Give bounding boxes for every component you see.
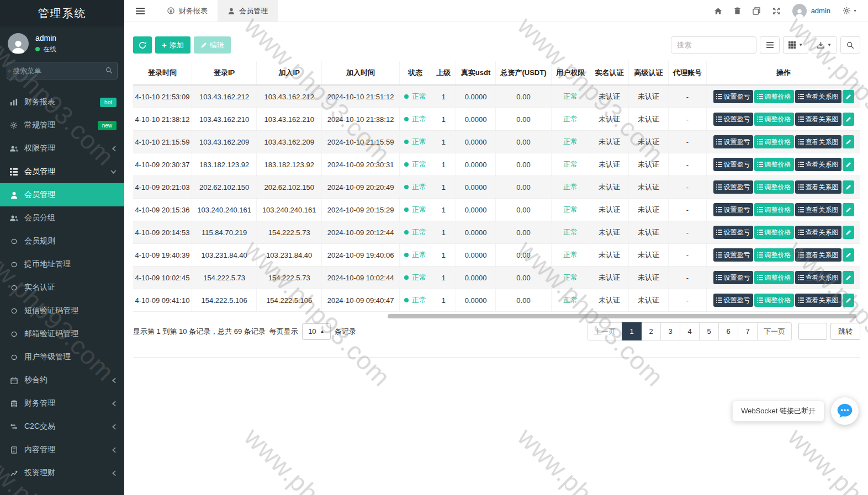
set-profit-button[interactable]: 设置盈亏 xyxy=(713,271,753,284)
edit-row-button[interactable] xyxy=(843,294,854,307)
hamburger-menu-icon[interactable] xyxy=(131,0,150,22)
settings-button[interactable]: ▼ xyxy=(843,7,857,15)
jump-button[interactable]: 跳转 xyxy=(830,323,860,340)
search-icon[interactable] xyxy=(105,66,113,76)
set-profit-button[interactable]: 设置盈亏 xyxy=(713,113,753,126)
edit-row-button[interactable] xyxy=(843,203,854,216)
adjust-price-button[interactable]: 调整价格 xyxy=(754,180,794,194)
set-profit-button[interactable]: 设置盈亏 xyxy=(713,248,753,262)
sidebar-item-invest[interactable]: 投资理财 xyxy=(0,461,124,485)
set-profit-button[interactable]: 设置盈亏 xyxy=(713,180,753,194)
view-relation-button[interactable]: 查看关系图 xyxy=(795,158,841,171)
sidebar-item-finance-report[interactable]: 财务报表 hot xyxy=(0,91,124,114)
edit-row-button[interactable] xyxy=(843,158,854,171)
sidebar-subitem-member-rule[interactable]: 会员规则 xyxy=(0,230,124,253)
sidebar-item-general[interactable]: 常规管理 new xyxy=(0,114,124,137)
edit-button[interactable]: 编辑 xyxy=(194,36,231,54)
sidebar-item-finance-manage[interactable]: 财务管理 xyxy=(0,392,124,415)
view-relation-button[interactable]: 查看关系图 xyxy=(795,271,841,284)
set-profit-button[interactable]: 设置盈亏 xyxy=(713,90,753,103)
sidebar-search-input[interactable] xyxy=(7,62,118,79)
sidebar-subitem-member-group[interactable]: 会员分组 xyxy=(0,206,124,230)
edit-row-button[interactable] xyxy=(843,226,854,239)
add-button[interactable]: + 添加 xyxy=(155,36,190,54)
table-row[interactable]: 4-10-09 10:02:45154.222.5.73154.222.5.73… xyxy=(133,267,860,289)
view-relation-button[interactable]: 查看关系图 xyxy=(795,226,841,239)
jump-page-input[interactable] xyxy=(798,323,827,340)
page-button[interactable]: 3 xyxy=(660,322,680,340)
table-row[interactable]: 4-10-10 21:53:09103.43.162.212103.43.162… xyxy=(133,85,860,108)
page-button[interactable]: 7 xyxy=(738,322,758,340)
columns-dropdown-button[interactable]: ▼ xyxy=(783,36,808,54)
view-relation-button[interactable]: 查看关系图 xyxy=(795,90,841,103)
edit-row-button[interactable] xyxy=(843,271,854,284)
fullscreen-icon[interactable] xyxy=(772,7,780,15)
sidebar-subitem-sms-code[interactable]: 短信验证码管理 xyxy=(0,299,124,322)
view-relation-button[interactable]: 查看关系图 xyxy=(795,248,841,262)
table-search-input[interactable] xyxy=(671,36,756,54)
view-relation-button[interactable]: 查看关系图 xyxy=(795,203,841,216)
adjust-price-button[interactable]: 调整价格 xyxy=(754,248,794,262)
view-relation-button[interactable]: 查看关系图 xyxy=(795,113,841,126)
adjust-price-button[interactable]: 调整价格 xyxy=(754,226,794,239)
detail-view-button[interactable] xyxy=(760,36,780,54)
set-profit-button[interactable]: 设置盈亏 xyxy=(713,203,753,216)
table-row[interactable]: 4-10-09 19:40:39103.231.84.40103.231.84.… xyxy=(133,244,860,267)
page-button[interactable]: 4 xyxy=(680,322,700,340)
sidebar-subitem-email-code[interactable]: 邮箱验证码管理 xyxy=(0,322,124,345)
sidebar-item-seconds-contract[interactable]: 秒合约 xyxy=(0,369,124,392)
trash-icon[interactable] xyxy=(734,7,740,14)
prev-page-button[interactable]: 上一页 xyxy=(588,322,622,340)
sidebar-subitem-user-level[interactable]: 用户等级管理 xyxy=(0,345,124,369)
page-button[interactable]: 6 xyxy=(718,322,738,340)
scrollbar-thumb[interactable] xyxy=(388,314,856,318)
adjust-price-button[interactable]: 调整价格 xyxy=(754,294,794,307)
page-button[interactable]: 5 xyxy=(699,322,719,340)
export-dropdown-button[interactable]: ▼ xyxy=(812,36,837,54)
navbar-user[interactable]: admin xyxy=(792,4,830,18)
next-page-button[interactable]: 下一页 xyxy=(757,322,792,340)
table-row[interactable]: 4-10-09 20:21:03202.62.102.150202.62.102… xyxy=(133,176,860,199)
view-relation-button[interactable]: 查看关系图 xyxy=(795,135,841,148)
adjust-price-button[interactable]: 调整价格 xyxy=(754,90,794,103)
edit-row-button[interactable] xyxy=(843,135,854,148)
table-row[interactable]: 4-10-10 21:15:59103.43.162.209103.43.162… xyxy=(133,131,860,153)
set-profit-button[interactable]: 设置盈亏 xyxy=(713,135,753,148)
table-row[interactable]: 4-10-09 20:15:36103.240.240.161103.240.2… xyxy=(133,199,860,221)
refresh-button[interactable] xyxy=(133,36,152,54)
edit-row-button[interactable] xyxy=(843,113,854,126)
sidebar-subitem-real-name[interactable]: 实名认证 xyxy=(0,276,124,299)
adjust-price-button[interactable]: 调整价格 xyxy=(754,158,794,171)
page-button[interactable]: 2 xyxy=(641,322,661,340)
adjust-price-button[interactable]: 调整价格 xyxy=(754,271,794,284)
sidebar-subitem-member-manage[interactable]: 会员管理 xyxy=(0,183,124,206)
search-toggle-button[interactable] xyxy=(840,36,860,54)
table-row[interactable]: 4-10-09 20:30:37183.182.123.92183.182.12… xyxy=(133,153,860,176)
sidebar-item-member[interactable]: 会员管理 xyxy=(0,160,124,183)
tab-finance-report[interactable]: 财务报表 xyxy=(157,0,218,22)
table-row[interactable]: 4-10-09 09:41:10154.222.5.106154.222.5.1… xyxy=(133,289,860,312)
chat-bubble-button[interactable] xyxy=(831,397,859,425)
sidebar-item-content[interactable]: 内容管理 xyxy=(0,438,124,461)
table-row[interactable]: 4-10-09 20:14:53115.84.70.219154.222.5.7… xyxy=(133,221,860,244)
set-profit-button[interactable]: 设置盈亏 xyxy=(713,294,753,307)
sidebar-item-permission[interactable]: 权限管理 xyxy=(0,137,124,160)
edit-row-button[interactable] xyxy=(843,248,854,262)
table-row[interactable]: 4-10-10 21:38:12103.43.162.210103.43.162… xyxy=(133,108,860,131)
home-icon[interactable] xyxy=(714,7,722,15)
sidebar-item-c2c[interactable]: C2C交易 xyxy=(0,415,124,438)
page-button[interactable]: 1 xyxy=(622,322,642,340)
edit-row-button[interactable] xyxy=(843,180,854,194)
adjust-price-button[interactable]: 调整价格 xyxy=(754,203,794,216)
sidebar-subitem-withdraw-address[interactable]: 提币地址管理 xyxy=(0,253,124,276)
adjust-price-button[interactable]: 调整价格 xyxy=(754,113,794,126)
set-profit-button[interactable]: 设置盈亏 xyxy=(713,158,753,171)
edit-row-button[interactable] xyxy=(843,90,854,103)
adjust-price-button[interactable]: 调整价格 xyxy=(754,135,794,148)
page-size-select[interactable]: 10 ▲ xyxy=(302,323,331,340)
set-profit-button[interactable]: 设置盈亏 xyxy=(713,226,753,239)
view-relation-button[interactable]: 查看关系图 xyxy=(795,180,841,194)
view-relation-button[interactable]: 查看关系图 xyxy=(795,294,841,307)
tab-member-manage[interactable]: 会员管理 xyxy=(218,0,278,22)
clear-cache-icon[interactable] xyxy=(753,7,760,15)
